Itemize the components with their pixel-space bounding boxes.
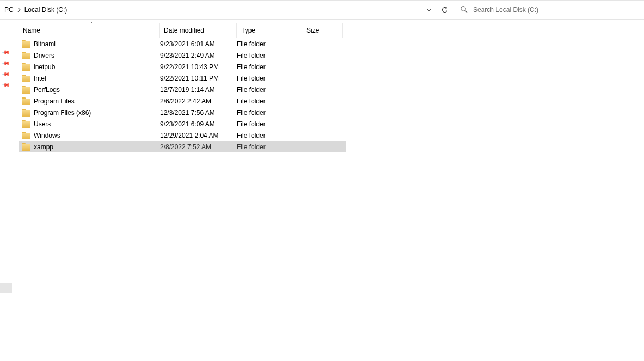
file-date: 2/8/2022 7:52 AM xyxy=(160,143,237,151)
pin-icon: 📌 xyxy=(2,69,10,78)
column-header-size[interactable]: Size xyxy=(302,27,342,34)
breadcrumb-item-drive[interactable]: Local Disk (C:) xyxy=(22,1,70,19)
file-name: Bitnami xyxy=(34,40,160,48)
folder-icon xyxy=(22,109,30,117)
file-date: 9/22/2021 10:43 PM xyxy=(160,63,237,71)
file-name: Drivers xyxy=(34,52,160,59)
file-name: xampp xyxy=(34,143,160,151)
column-header-name[interactable]: Name xyxy=(19,27,159,34)
refresh-button[interactable] xyxy=(436,1,453,19)
column-label: Date modified xyxy=(164,27,204,34)
file-type: File folder xyxy=(237,75,302,82)
file-name: inetpub xyxy=(34,63,160,71)
column-label: Name xyxy=(23,27,40,34)
file-date: 9/23/2021 2:49 AM xyxy=(160,52,237,59)
table-row[interactable]: Windows12/29/2021 2:04 AMFile folder xyxy=(19,130,346,141)
breadcrumb-label: PC xyxy=(4,6,14,14)
folder-icon xyxy=(22,40,30,48)
search-icon xyxy=(460,5,468,15)
table-row[interactable]: Drivers9/23/2021 2:49 AMFile folder xyxy=(19,50,346,61)
navigation-pane-gutter: 📌 📌 📌 📌 xyxy=(0,20,12,361)
table-row[interactable]: inetpub9/22/2021 10:43 PMFile folder xyxy=(19,61,346,72)
file-date: 12/3/2021 7:56 AM xyxy=(160,109,237,117)
file-type: File folder xyxy=(237,132,302,139)
file-type: File folder xyxy=(237,97,302,105)
file-name: PerfLogs xyxy=(34,86,160,94)
file-rows: Bitnami9/23/2021 6:01 AMFile folderDrive… xyxy=(19,38,346,152)
file-date: 12/29/2021 2:04 AM xyxy=(160,132,237,139)
refresh-icon xyxy=(441,6,449,14)
file-type: File folder xyxy=(237,40,302,48)
column-label: Type xyxy=(241,27,255,34)
search-input[interactable] xyxy=(473,6,637,14)
file-name: Program Files (x86) xyxy=(34,109,160,117)
table-row[interactable]: Program Files (x86)12/3/2021 7:56 AMFile… xyxy=(19,107,346,118)
breadcrumb-item-pc[interactable]: PC xyxy=(2,1,16,19)
file-type: File folder xyxy=(237,109,302,117)
table-row[interactable]: Users9/23/2021 6:09 AMFile folder xyxy=(19,118,346,130)
folder-icon xyxy=(22,97,30,105)
file-name: Windows xyxy=(34,132,160,139)
folder-icon xyxy=(22,75,30,82)
file-date: 9/23/2021 6:09 AM xyxy=(160,120,237,128)
pin-icon: 📌 xyxy=(2,47,10,56)
history-dropdown[interactable] xyxy=(422,1,436,19)
file-type: File folder xyxy=(237,52,302,59)
search-box[interactable] xyxy=(453,1,644,19)
file-type: File folder xyxy=(237,120,302,128)
table-row[interactable]: PerfLogs12/7/2019 1:14 AMFile folder xyxy=(19,84,346,95)
chevron-right-icon[interactable] xyxy=(16,6,22,14)
address-toolbar: PC Local Disk (C:) xyxy=(0,0,644,20)
table-row[interactable]: xampp2/8/2022 7:52 AMFile folder xyxy=(19,141,346,152)
file-date: 12/7/2019 1:14 AM xyxy=(160,86,237,94)
file-list-area: Name Date modified Type Size Bitnami9/23… xyxy=(12,20,644,361)
table-row[interactable]: Intel9/22/2021 10:11 PMFile folder xyxy=(19,72,346,84)
file-date: 9/23/2021 6:01 AM xyxy=(160,40,237,48)
folder-icon xyxy=(22,86,30,94)
file-name: Program Files xyxy=(34,97,160,105)
svg-point-0 xyxy=(461,6,465,10)
table-row[interactable]: Program Files2/6/2022 2:42 AMFile folder xyxy=(19,95,346,107)
file-name: Intel xyxy=(34,75,160,82)
nav-selection-marker xyxy=(0,283,12,293)
folder-icon xyxy=(22,52,30,59)
file-type: File folder xyxy=(237,86,302,94)
breadcrumb-label: Local Disk (C:) xyxy=(24,6,68,14)
file-date: 2/6/2022 2:42 AM xyxy=(160,97,237,105)
sort-ascending-icon xyxy=(88,20,94,26)
column-label: Size xyxy=(306,27,319,34)
svg-line-1 xyxy=(465,10,467,13)
folder-icon xyxy=(22,120,30,128)
column-headers: Name Date modified Type Size xyxy=(19,23,644,38)
file-name: Users xyxy=(34,120,160,128)
pin-icon: 📌 xyxy=(2,80,10,89)
file-type: File folder xyxy=(237,143,302,151)
column-header-type[interactable]: Type xyxy=(237,27,302,34)
file-type: File folder xyxy=(237,63,302,71)
file-date: 9/22/2021 10:11 PM xyxy=(160,75,237,82)
folder-icon xyxy=(22,132,30,139)
table-row[interactable]: Bitnami9/23/2021 6:01 AMFile folder xyxy=(19,38,346,50)
folder-icon xyxy=(22,63,30,71)
pin-icon: 📌 xyxy=(2,58,10,67)
breadcrumb: PC Local Disk (C:) xyxy=(0,1,422,19)
folder-icon xyxy=(22,143,30,151)
column-header-date[interactable]: Date modified xyxy=(160,27,236,34)
